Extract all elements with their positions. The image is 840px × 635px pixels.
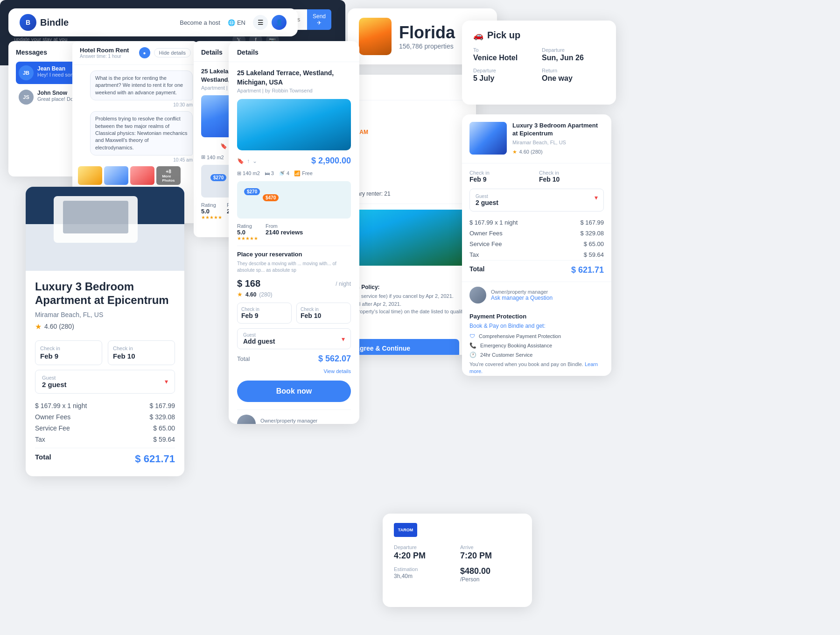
- phone-icon: 📞: [469, 342, 476, 349]
- spec-area: ⊞ 140 m2: [201, 154, 224, 160]
- bd-checkout-box[interactable]: Check in Feb 10: [296, 303, 351, 324]
- hide-details-btn[interactable]: Hide details: [154, 48, 191, 57]
- user-avatar-btn[interactable]: 👤: [272, 15, 287, 30]
- florida-count: 156,786 properties: [399, 42, 455, 50]
- bd-guest-box[interactable]: Guest Add guest ▾: [237, 328, 351, 349]
- language-selector[interactable]: 🌐 EN: [228, 19, 245, 26]
- bs-total-label: Total: [469, 265, 484, 275]
- bd-title: Details: [237, 49, 351, 56]
- bs-service-fee-label: Service Fee: [469, 240, 502, 247]
- chat-message-1: What is the price for renting the apartm…: [90, 71, 193, 100]
- tax-val: $ 59.64: [153, 436, 175, 443]
- chat-photo-3: [130, 166, 154, 185]
- total-val-listing: $ 621.71: [135, 453, 175, 465]
- bd-checkin-row: Check in Feb 9 Check in Feb 10: [237, 303, 351, 324]
- menu-icon-btn[interactable]: ☰: [253, 15, 268, 30]
- pickup-dep-label: Departure: [542, 47, 605, 53]
- chat-photo-1: [78, 166, 102, 185]
- bd-rating-section: Rating 5.0 ★★★★★: [237, 223, 258, 241]
- flight-dep-val: 4:20 PM: [394, 551, 455, 561]
- tax-row: Tax $ 59.64: [35, 434, 175, 445]
- rating-label: Rating: [201, 202, 222, 208]
- bd-bookmark-icon[interactable]: 🔖: [237, 158, 244, 164]
- bookmark-icon[interactable]: 🔖: [220, 143, 227, 149]
- bs-prop-title: Luxury 3 Bedroom Apartment at Epicentrum: [512, 122, 604, 138]
- bd-owner-label: Owner/property manager: [260, 418, 322, 423]
- bd-inline-stars: ★: [237, 291, 243, 298]
- book-now-btn[interactable]: Book now: [237, 381, 351, 402]
- more-photos[interactable]: +8 MorePhotos: [156, 166, 181, 185]
- bs-payment-link[interactable]: Book & Pay on Bindle and get:: [469, 323, 604, 329]
- listing-checkin-grid: Check in Feb 9 Check in Feb 10: [35, 340, 175, 365]
- bs-price-night-label: $ 167.99 x 1 night: [469, 219, 518, 226]
- flight-estimation: Estimation 3h,40m: [394, 566, 455, 583]
- pickup-date-label: Departure: [473, 68, 536, 73]
- pickup-return-val: One way: [542, 74, 605, 83]
- shield-icon-1: 🛡: [469, 333, 475, 339]
- bd-property-image: [237, 99, 351, 150]
- price-night-val: $ 167.99: [150, 402, 175, 409]
- price-night-row: $ 167.99 x 1 night $ 167.99: [35, 400, 175, 411]
- car-icon: 🚗: [473, 30, 483, 41]
- bd-total-label: Total: [237, 355, 250, 362]
- bd-total-val: $ 562.07: [318, 354, 351, 364]
- bd-reserve-title: Place your reservation: [237, 251, 351, 258]
- bd-reserve-text: They describe a moving with ... moving w…: [237, 261, 351, 274]
- bd-inline-rating: 4.60: [245, 291, 256, 298]
- more-count: +8: [166, 169, 171, 174]
- bd-header: Details: [229, 41, 359, 62]
- bs-property-image: [469, 122, 507, 155]
- bs-owner-info: Owner/property manager Ask manager a Que…: [491, 289, 553, 301]
- more-label: MorePhotos: [162, 174, 175, 183]
- flight-arrive: Arrive 7:20 PM: [460, 544, 521, 561]
- florida-title: Florida: [399, 23, 455, 42]
- flight-grid: Departure 4:20 PM Arrive 7:20 PM Estimat…: [394, 544, 521, 583]
- bd-from-val: 2140 reviews: [266, 229, 303, 236]
- bd-address: 25 Lakeland Terrace, Westland, Michigan,…: [237, 69, 351, 87]
- bs-guest-row[interactable]: Guest 2 guest ▾: [469, 189, 604, 212]
- bd-icons: 🔖 ↑ ⌄: [237, 158, 257, 164]
- bd-view-details[interactable]: View details: [237, 368, 351, 374]
- bs-feature-1: 🛡 Comprehensive Payment Protection: [469, 333, 604, 339]
- total-row-listing: Total $ 621.71: [35, 448, 175, 467]
- bs-guest-label: Guest: [476, 194, 498, 199]
- bs-checkout-label: Check in: [539, 170, 604, 176]
- listing-guest-val: 2 guest: [42, 381, 67, 388]
- chat-actions: ● Hide details: [139, 47, 191, 58]
- chat-photo-2: [104, 166, 128, 185]
- chat-subtitle: Answer time: 1 hour: [80, 54, 129, 59]
- bd-price-val: $ 2,900.00: [311, 156, 351, 166]
- bd-per-night: / night: [336, 281, 351, 287]
- bd-checkin-box[interactable]: Check in Feb 9: [237, 303, 292, 324]
- rating-section: Rating 5.0 ★★★★★: [201, 202, 222, 220]
- become-host-link[interactable]: Become a host: [180, 19, 220, 26]
- bd-share-icon[interactable]: ↑: [247, 158, 250, 164]
- area-icon: ⊞: [201, 154, 205, 160]
- listing-checkout-field[interactable]: Check in Feb 10: [108, 340, 175, 365]
- flight-card: TAROM Departure 4:20 PM Arrive 7:20 PM E…: [383, 514, 532, 607]
- bd-more-icon[interactable]: ⌄: [252, 158, 257, 164]
- listing-guest-field[interactable]: Guest 2 guest ▾: [35, 370, 175, 394]
- bs-total-val: $ 621.71: [571, 265, 604, 275]
- listing-checkin-field[interactable]: Check in Feb 9: [35, 340, 102, 365]
- bs-checkin: Check in Feb 9: [469, 170, 534, 183]
- chat-message-2: Problems trying to resolve the conflict …: [90, 111, 193, 155]
- bs-chevron: ▾: [595, 194, 598, 206]
- bs-ask-link[interactable]: Ask manager a Question: [491, 295, 553, 301]
- bs-tax-row: Tax $ 59.64: [469, 249, 604, 260]
- florida-image: [359, 18, 392, 55]
- bd-night-price: $ 168: [237, 278, 260, 289]
- record-btn[interactable]: ●: [139, 47, 150, 58]
- booking-summary-card: Luxury 3 Bedroom Apartment at Epicentrum…: [462, 114, 611, 376]
- flight-price: $480.00 /Person: [460, 566, 521, 583]
- bd-map-pin-1: $270: [244, 188, 260, 195]
- df-send-btn[interactable]: Send ✈: [307, 9, 331, 30]
- owner-fees-val: $ 329.08: [150, 413, 175, 421]
- bd-owner-avatar: [237, 415, 256, 424]
- listing-rating-text: 4.60 (280): [44, 323, 74, 330]
- bd-checkout-val: Feb 10: [301, 312, 347, 319]
- bs-rating-row: ★ 4.60 (280): [512, 147, 604, 155]
- owner-fees-label: Owner Fees: [35, 413, 70, 421]
- service-fee-val: $ 65.00: [153, 424, 175, 432]
- bd-ask-link[interactable]: Ask manager a Question: [260, 423, 322, 424]
